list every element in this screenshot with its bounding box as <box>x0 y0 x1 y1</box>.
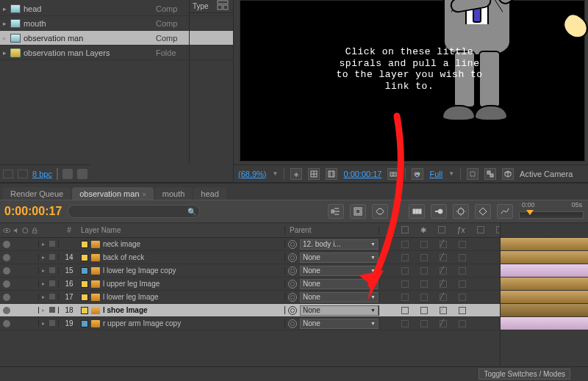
label-color[interactable] <box>49 241 55 247</box>
color-swatch[interactable] <box>81 307 88 314</box>
shy-header-icon[interactable] <box>401 226 409 233</box>
frame-blend-icon[interactable] <box>409 204 425 219</box>
twirl-icon[interactable]: ▸ <box>3 49 10 57</box>
audio-column-icon[interactable] <box>12 226 21 235</box>
color-swatch[interactable] <box>81 294 88 301</box>
pickwhip-icon[interactable] <box>288 280 297 289</box>
fx-header2-icon[interactable]: ƒx <box>457 226 465 234</box>
hide-shy-icon[interactable] <box>372 204 388 219</box>
roi-icon[interactable] <box>467 168 478 180</box>
parent-dropdown[interactable]: None▼ <box>300 253 379 263</box>
motion-blur-icon[interactable] <box>431 204 447 219</box>
twirl-icon[interactable]: ▸ <box>42 254 48 261</box>
trash-icon[interactable] <box>77 169 87 179</box>
tab-head[interactable]: head <box>193 187 226 200</box>
parent-dropdown[interactable]: None▼ <box>300 305 379 316</box>
3d-view-icon[interactable] <box>502 168 514 180</box>
fx-header-icon[interactable]: ✱ <box>420 226 426 234</box>
video-toggle[interactable] <box>3 267 10 275</box>
parent-dropdown[interactable]: None▼ <box>300 292 379 302</box>
resolution-down-icon[interactable] <box>290 168 302 180</box>
ai-layer-icon <box>91 320 100 327</box>
pickwhip-icon[interactable] <box>288 293 297 302</box>
parent-dropdown[interactable]: 12. body i...▼ <box>300 239 379 250</box>
video-toggle[interactable] <box>3 241 10 248</box>
layer-name-header[interactable]: Layer Name <box>79 226 285 234</box>
lock-column-icon[interactable] <box>31 226 39 235</box>
channel-icon[interactable] <box>412 168 423 180</box>
type-header[interactable]: Type <box>190 0 233 13</box>
new-folder-icon[interactable] <box>18 170 28 178</box>
label-color[interactable] <box>49 294 55 300</box>
twirl-icon[interactable]: ▸ <box>3 5 10 12</box>
solo-column-icon[interactable] <box>21 226 29 235</box>
guides-icon[interactable] <box>326 168 337 180</box>
pickwhip-icon[interactable] <box>288 266 297 275</box>
label-color[interactable] <box>49 254 55 260</box>
project-search-input[interactable] <box>57 168 58 180</box>
twirl-icon[interactable]: ▸ <box>42 307 48 313</box>
quality-header-icon[interactable] <box>438 226 445 233</box>
twirl-icon[interactable]: ▸ <box>42 267 48 274</box>
color-swatch[interactable] <box>81 320 88 327</box>
twirl-icon[interactable]: ▸ <box>3 35 10 42</box>
label-color[interactable] <box>49 280 55 286</box>
close-icon[interactable]: × <box>143 191 146 198</box>
number-header[interactable]: # <box>59 226 79 234</box>
video-column-icon[interactable] <box>3 226 11 235</box>
color-swatch[interactable] <box>81 241 88 248</box>
interpret-footage-icon[interactable] <box>3 170 13 178</box>
resolution-dropdown[interactable]: Full <box>429 170 442 178</box>
auto-keyframe-icon[interactable] <box>475 204 491 219</box>
toggle-switches-modes-button[interactable]: Toggle Switches / Modes <box>478 369 570 380</box>
parent-dropdown[interactable]: None▼ <box>300 279 379 289</box>
video-toggle[interactable] <box>3 254 10 261</box>
color-swatch[interactable] <box>81 280 88 288</box>
preview-timecode[interactable]: 0:00:00:17 <box>343 170 381 178</box>
frame-blend-header-icon[interactable] <box>477 226 484 233</box>
video-toggle[interactable] <box>3 294 10 301</box>
color-swatch[interactable] <box>81 267 88 275</box>
twirl-icon[interactable]: ▸ <box>42 241 48 247</box>
tab-label: observation man <box>79 189 139 198</box>
zoom-readout[interactable]: (68.9%) <box>238 170 267 178</box>
twirl-icon[interactable]: ▸ <box>42 280 48 287</box>
video-toggle[interactable] <box>3 320 10 327</box>
timeline-tracks[interactable] <box>500 223 588 366</box>
twirl-icon[interactable]: ▸ <box>42 294 48 300</box>
preview-canvas[interactable]: Click on these little spirals and pull a… <box>240 0 585 162</box>
graph-editor-icon[interactable] <box>497 204 513 219</box>
tab-render-queue[interactable]: Render Queue <box>3 187 71 200</box>
grid-icon[interactable] <box>308 168 320 180</box>
new-comp-icon[interactable] <box>62 169 73 179</box>
color-swatch[interactable] <box>81 254 88 261</box>
label-color[interactable] <box>49 320 55 326</box>
time-ruler[interactable]: 0:00 05s <box>519 203 584 220</box>
draft-3d-icon[interactable] <box>350 204 366 219</box>
current-time[interactable]: 0:00:00:17 <box>4 205 62 218</box>
tab-observation-man[interactable]: observation man× <box>72 187 154 200</box>
parent-dropdown[interactable]: None▼ <box>300 319 379 329</box>
snapshot-icon[interactable] <box>387 168 399 180</box>
transparency-grid-icon[interactable] <box>484 168 496 180</box>
pickwhip-icon[interactable] <box>288 240 297 249</box>
parent-dropdown[interactable]: None▼ <box>300 266 379 276</box>
parent-header[interactable]: Parent <box>285 226 379 234</box>
camera-dropdown[interactable]: Active Camera <box>520 170 573 178</box>
comp-mini-flowchart-icon[interactable] <box>328 204 344 219</box>
bpc-toggle[interactable]: 8 bpc <box>32 170 52 178</box>
playhead-icon[interactable] <box>526 210 534 215</box>
label-color[interactable] <box>49 267 55 273</box>
pickwhip-icon[interactable] <box>288 319 297 328</box>
twirl-icon[interactable]: ▸ <box>42 320 48 327</box>
svg-point-22 <box>6 229 8 231</box>
brainstorm-icon[interactable] <box>453 204 469 219</box>
layer-search-input[interactable]: 🔍 <box>68 205 200 218</box>
tab-mouth[interactable]: mouth <box>155 187 193 200</box>
video-toggle[interactable] <box>3 307 10 314</box>
pickwhip-icon[interactable] <box>288 306 297 315</box>
label-color[interactable] <box>49 307 55 313</box>
pickwhip-icon[interactable] <box>288 253 297 262</box>
twirl-icon[interactable]: ▸ <box>3 20 10 27</box>
video-toggle[interactable] <box>3 280 10 288</box>
